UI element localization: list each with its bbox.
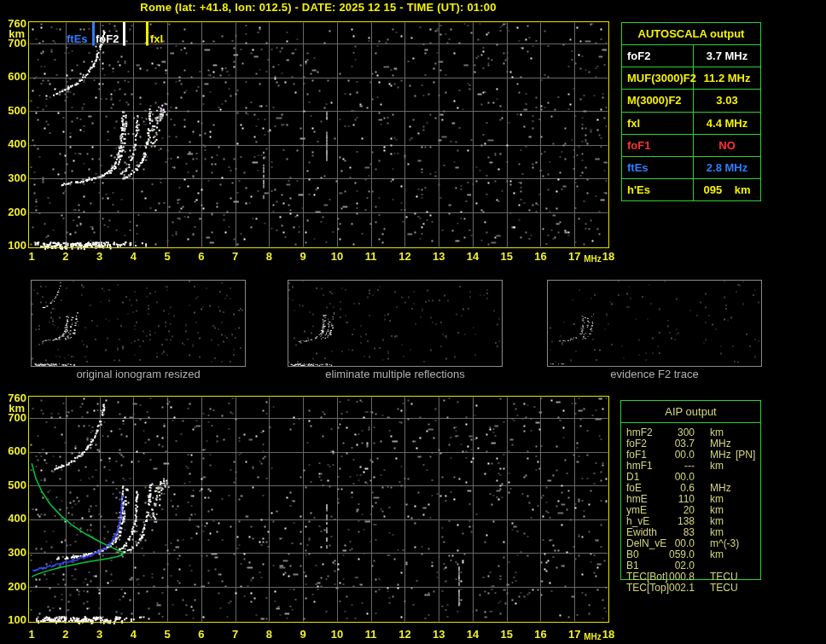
row-label: foE [626,482,642,494]
table-row: TEC[Top] 002.1 TECU [621,582,760,593]
row-value: 000.8 [652,571,695,583]
table-row: foF1 00.0 MHz [PN] [621,449,760,460]
marker-label-ftes: ftEs [67,32,88,45]
table-row: M(3000)F2 3.03 [622,90,760,112]
table-row: foF2 03.7 MHz [621,438,760,449]
table-row: foF1 NO [622,135,760,157]
table-row: TEC[Bot] 000.8 TECU [621,571,760,582]
row-value: 110 [652,493,695,505]
table-row: Ewidth 83 km [621,526,760,537]
row-value: 02.0 [652,560,695,571]
row-label: fxl [622,113,694,134]
row-unit: km [710,548,724,560]
aip-table-rows: hmF2 300 km foF2 03.7 MHz foF1 00.0 MHz … [621,426,760,593]
thumbnail-caption: evidence F2 trace [547,368,762,380]
row-value: 11.2 MHz [694,67,760,89]
row-unit: km [710,515,724,527]
row-value: 095 km [694,179,760,200]
row-label: h'Es [622,179,694,200]
row-unit: MHz [710,438,731,450]
row-label: foF2 [626,438,647,450]
row-unit: TECU [710,582,738,594]
table-row: ftEs 2.8 MHz [622,157,760,179]
row-label: B1 [626,560,639,571]
table-row: ymE 20 km [621,504,760,515]
row-value: 2.8 MHz [694,157,760,178]
table-row: DelN_vE 00.0 m^(-3) [621,537,760,548]
table-row: hmE 110 km [621,493,760,504]
row-label: ftEs [622,157,694,178]
table-row: foF2 3.7 MHz [622,45,760,67]
aip-output-table: AIP output hmF2 300 km foF2 03.7 MHz foF… [620,400,761,580]
table-row: hmF2 300 km [621,426,760,438]
row-label: foF1 [626,449,647,461]
row-label: B0 [626,548,639,560]
marker-label-fof2: foF2 [96,32,119,45]
row-value: 83 [652,526,695,538]
row-extra: [PN] [736,449,755,461]
row-value: 002.1 [652,582,695,594]
row-unit: TECU [710,571,738,583]
row-value: 059.0 [652,548,695,560]
row-unit: km [710,493,724,505]
table-row: B1 02.0 [621,560,760,571]
row-label: M(3000)F2 [622,90,694,111]
row-value: 4.4 MHz [694,113,760,134]
row-unit: km [710,526,724,538]
row-label: foF1 [622,135,694,156]
row-unit: km [710,460,724,472]
autoscala-table-header: AUTOSCALA output [622,23,760,45]
thumbnail-original-ionogram [31,280,246,367]
row-label: MUF(3000)F2 [622,67,694,89]
page-title: Rome (lat: +41.8, lon: 012.5) - DATE: 20… [28,1,608,14]
row-value: 3.03 [694,90,760,111]
table-row: D1 00.0 [621,471,760,482]
table-row: h'Es 095 km [622,179,760,200]
row-unit: km [710,426,724,438]
row-label: h_vE [626,515,649,527]
row-label: D1 [626,471,639,483]
row-unit: MHz [710,449,731,461]
table-row: h_vE 138 km [621,515,760,526]
table-row: fxl 4.4 MHz [622,113,760,135]
row-unit: MHz [710,482,731,494]
row-label: ymE [626,504,647,516]
row-label: foF2 [622,45,694,67]
row-value: 00.0 [652,449,695,461]
aip-table-header: AIP output [621,401,760,423]
table-row: MUF(3000)F2 11.2 MHz [622,67,760,90]
row-label: hmE [626,493,648,505]
thumbnail-eliminate-reflections [288,280,503,367]
row-value: 300 [652,426,695,438]
thumbnail-caption: original ionogram resized [31,368,246,380]
row-value: NO [694,135,760,156]
row-unit: m^(-3) [710,537,739,549]
autoscala-output-table: AUTOSCALA output foF2 3.7 MHz MUF(3000)F… [621,22,761,201]
thumbnail-caption: eliminate multiple reflections [288,368,503,380]
table-row: hmF1 --- km [621,460,760,471]
row-value: --- [652,460,695,472]
table-row: B0 059.0 km [621,548,760,560]
row-value: 3.7 MHz [694,45,760,67]
marker-label-fxl: fxl [150,32,163,45]
row-unit: km [710,504,724,516]
row-value: 03.7 [652,438,695,450]
row-value: 20 [652,504,695,516]
row-label: hmF2 [626,426,653,438]
row-value: 138 [652,515,695,527]
thumbnail-evidence-f2 [547,280,762,367]
row-value: 00.0 [652,471,695,483]
table-row: foE 0.6 MHz [621,482,760,493]
row-value: 0.6 [652,482,695,494]
row-label: hmF1 [626,460,653,472]
row-value: 00.0 [652,537,695,549]
